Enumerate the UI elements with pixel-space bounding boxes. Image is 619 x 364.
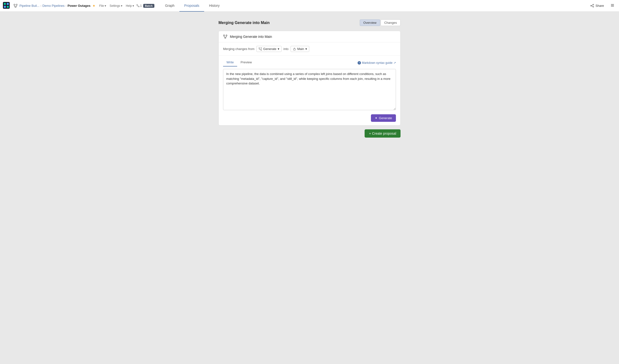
tab-graph[interactable]: Graph <box>160 0 179 12</box>
external-link-icon: ↗ <box>394 61 396 65</box>
proposal-view-buttons: Overview Changes <box>360 19 401 26</box>
topbar-right: Share <box>588 2 616 9</box>
svg-point-33 <box>261 48 262 49</box>
menu-lines-icon <box>610 3 615 8</box>
svg-point-17 <box>591 5 591 6</box>
pipeline-number-badge: 1 <box>136 4 142 8</box>
svg-point-12 <box>137 4 138 5</box>
description-textarea[interactable]: In the new pipeline, the data is combine… <box>223 69 396 110</box>
batch-badge: Batch <box>143 4 155 8</box>
merge-icon <box>223 34 227 39</box>
pipeline-icon <box>14 4 17 8</box>
svg-point-31 <box>259 48 260 49</box>
svg-point-26 <box>225 37 226 39</box>
svg-rect-2 <box>7 3 9 5</box>
from-branch-selector[interactable]: Generate ▾ <box>256 46 281 52</box>
card-header: Merging Generate into Main <box>219 31 400 42</box>
svg-rect-1 <box>4 3 6 5</box>
menu-dots-button[interactable] <box>609 2 616 9</box>
breadcrumb: Pipeline Buil... › Demo Pipelines › Powe… <box>14 4 95 8</box>
breadcrumb-sep2: › <box>66 4 67 8</box>
editor-section: Write Preview ? Markdown syntax guide ↗ … <box>219 56 400 114</box>
overview-button[interactable]: Overview <box>360 19 380 26</box>
tab-write[interactable]: Write <box>223 59 237 67</box>
breadcrumb-current: Power Outages <box>68 4 91 8</box>
svg-line-30 <box>225 37 226 37</box>
to-branch-selector[interactable]: Main ▾ <box>291 46 309 52</box>
branch-from-icon <box>258 47 262 51</box>
breadcrumb-sep1: › <box>40 4 41 8</box>
question-icon: ? <box>358 61 361 65</box>
nav-tabs: Graph Proposals History <box>160 0 588 12</box>
to-branch-name: Main <box>297 47 304 51</box>
breadcrumb-pipeline-builder[interactable]: Pipeline Buil... <box>19 4 39 8</box>
from-branch-name: Generate <box>263 47 276 51</box>
svg-line-19 <box>591 5 593 6</box>
create-proposal-button[interactable]: + Create proposal <box>365 129 401 138</box>
merging-row: Merging changes from Generate ▾ into <box>219 42 400 56</box>
file-menu[interactable]: File ▾ <box>98 4 107 8</box>
tab-history[interactable]: History <box>204 0 225 12</box>
app-logo <box>3 2 11 10</box>
share-icon <box>590 4 594 8</box>
breadcrumb-demo-pipelines[interactable]: Demo Pipelines <box>42 4 65 8</box>
svg-point-18 <box>593 6 594 7</box>
markdown-guide-link[interactable]: ? Markdown syntax guide ↗ <box>358 61 396 65</box>
svg-line-28 <box>224 37 225 37</box>
svg-rect-3 <box>4 6 6 8</box>
into-label: into <box>283 47 289 51</box>
generate-button[interactable]: ✦ Generate <box>371 114 396 122</box>
editor-tabs: Write Preview ? Markdown syntax guide ↗ <box>223 59 396 67</box>
from-branch-chevron: ▾ <box>278 47 279 51</box>
svg-point-13 <box>138 6 139 7</box>
branch-small-icon <box>136 4 140 7</box>
svg-line-20 <box>591 6 593 7</box>
svg-point-32 <box>261 50 262 51</box>
svg-rect-0 <box>3 2 10 9</box>
proposal-title: Merging Generate into Main <box>218 21 270 25</box>
svg-point-24 <box>224 35 225 36</box>
generate-button-row: ✦ Generate <box>219 114 400 125</box>
svg-rect-36 <box>294 49 295 50</box>
create-proposal-row: + Create proposal <box>218 129 401 138</box>
changes-button[interactable]: Changes <box>381 19 401 26</box>
proposal-card: Merging Generate into Main Merging chang… <box>218 31 401 126</box>
svg-point-16 <box>593 4 594 5</box>
tab-proposals[interactable]: Proposals <box>179 0 204 12</box>
share-button[interactable]: Share <box>588 3 606 9</box>
topbar: Pipeline Buil... › Demo Pipelines › Powe… <box>0 0 619 12</box>
settings-menu[interactable]: Settings ▾ <box>109 4 123 8</box>
sparkle-icon: ✦ <box>375 116 378 120</box>
merging-label: Merging changes from <box>223 47 254 51</box>
svg-rect-4 <box>7 6 9 8</box>
card-header-title: Merging Generate into Main <box>230 35 272 39</box>
help-menu[interactable]: Help ▾ <box>125 4 135 8</box>
topbar-meta: File ▾ Settings ▾ Help ▾ 1 Batch <box>98 4 155 8</box>
tab-preview[interactable]: Preview <box>237 59 255 67</box>
star-icon[interactable]: ★ <box>93 4 95 8</box>
lock-icon <box>293 47 296 51</box>
main-content: Merging Generate into Main Overview Chan… <box>0 12 619 364</box>
to-branch-chevron: ▾ <box>305 47 307 51</box>
svg-point-25 <box>226 35 227 36</box>
svg-rect-6 <box>16 4 17 5</box>
svg-rect-5 <box>14 4 15 5</box>
